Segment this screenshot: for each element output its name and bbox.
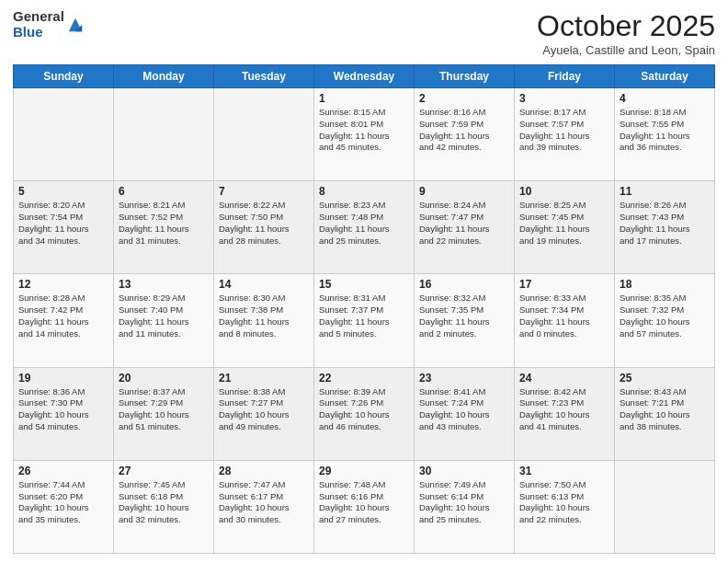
calendar-cell: 26Sunrise: 7:44 AM Sunset: 6:20 PM Dayli… [14,460,114,553]
header: General Blue October 2025 Ayuela, Castil… [13,9,715,57]
calendar-cell: 29Sunrise: 7:48 AM Sunset: 6:16 PM Dayli… [314,460,415,553]
day-info: Sunrise: 8:28 AM Sunset: 7:42 PM Dayligh… [18,293,108,339]
day-info: Sunrise: 8:37 AM Sunset: 7:29 PM Dayligh… [119,386,209,433]
day-info: Sunrise: 8:30 AM Sunset: 7:38 PM Dayligh… [219,293,309,339]
logo: General Blue [13,9,84,40]
day-number: 22 [319,372,409,385]
day-number: 17 [519,278,609,291]
day-info: Sunrise: 8:32 AM Sunset: 7:35 PM Dayligh… [419,293,509,339]
day-number: 31 [519,465,609,477]
calendar-cell [615,460,715,553]
calendar-cell: 16Sunrise: 8:32 AM Sunset: 7:35 PM Dayli… [415,274,515,367]
calendar-cell: 4Sunrise: 8:18 AM Sunset: 7:55 PM Daylig… [615,88,715,181]
day-info: Sunrise: 8:26 AM Sunset: 7:43 PM Dayligh… [620,200,710,247]
calendar-cell: 8Sunrise: 8:23 AM Sunset: 7:48 PM Daylig… [314,181,415,274]
page: General Blue October 2025 Ayuela, Castil… [0,0,728,563]
logo-blue: Blue [13,25,64,40]
day-info: Sunrise: 7:49 AM Sunset: 6:14 PM Dayligh… [419,479,509,526]
day-number: 6 [119,185,209,198]
day-info: Sunrise: 7:50 AM Sunset: 6:13 PM Dayligh… [519,479,609,526]
day-number: 2 [419,92,509,105]
day-info: Sunrise: 8:24 AM Sunset: 7:47 PM Dayligh… [419,200,509,247]
calendar-cell: 2Sunrise: 8:16 AM Sunset: 7:59 PM Daylig… [415,88,515,181]
day-info: Sunrise: 8:36 AM Sunset: 7:30 PM Dayligh… [18,386,108,433]
calendar-cell: 22Sunrise: 8:39 AM Sunset: 7:26 PM Dayli… [314,367,415,460]
day-header-thursday: Thursday [415,65,515,88]
calendar-cell: 23Sunrise: 8:41 AM Sunset: 7:24 PM Dayli… [415,367,515,460]
calendar-table: SundayMondayTuesdayWednesdayThursdayFrid… [13,64,715,554]
month-title: October 2025 [537,9,715,43]
week-row-4: 19Sunrise: 8:36 AM Sunset: 7:30 PM Dayli… [14,367,715,460]
days-of-week-row: SundayMondayTuesdayWednesdayThursdayFrid… [14,65,715,88]
day-number: 20 [119,372,209,385]
day-number: 26 [18,465,108,477]
day-number: 13 [119,278,209,291]
day-number: 7 [219,185,309,198]
day-header-wednesday: Wednesday [314,65,415,88]
day-number: 1 [319,92,409,105]
day-info: Sunrise: 8:23 AM Sunset: 7:48 PM Dayligh… [319,200,409,247]
location: Ayuela, Castille and Leon, Spain [537,43,715,57]
day-info: Sunrise: 7:47 AM Sunset: 6:17 PM Dayligh… [219,479,309,526]
calendar-cell: 18Sunrise: 8:35 AM Sunset: 7:32 PM Dayli… [615,274,715,367]
calendar-cell: 25Sunrise: 8:43 AM Sunset: 7:21 PM Dayli… [615,367,715,460]
calendar-cell: 28Sunrise: 7:47 AM Sunset: 6:17 PM Dayli… [214,460,314,553]
logo-general: General [13,9,64,25]
day-number: 24 [519,372,609,385]
day-number: 28 [219,465,309,477]
day-info: Sunrise: 8:17 AM Sunset: 7:57 PM Dayligh… [519,107,609,154]
day-number: 4 [620,92,710,105]
day-number: 23 [419,372,509,385]
calendar-cell: 7Sunrise: 8:22 AM Sunset: 7:50 PM Daylig… [214,181,314,274]
day-info: Sunrise: 8:29 AM Sunset: 7:40 PM Dayligh… [119,293,209,339]
day-number: 15 [319,278,409,291]
day-info: Sunrise: 7:48 AM Sunset: 6:16 PM Dayligh… [319,479,409,526]
calendar-cell [214,88,314,181]
calendar-cell: 11Sunrise: 8:26 AM Sunset: 7:43 PM Dayli… [615,181,715,274]
day-number: 30 [419,465,509,477]
day-info: Sunrise: 8:33 AM Sunset: 7:34 PM Dayligh… [519,293,609,339]
day-header-friday: Friday [515,65,615,88]
calendar-cell [114,88,214,181]
week-row-1: 1Sunrise: 8:15 AM Sunset: 8:01 PM Daylig… [14,88,715,181]
day-number: 8 [319,185,409,198]
calendar-cell: 27Sunrise: 7:45 AM Sunset: 6:18 PM Dayli… [114,460,214,553]
calendar-cell: 5Sunrise: 8:20 AM Sunset: 7:54 PM Daylig… [14,181,114,274]
calendar-cell: 14Sunrise: 8:30 AM Sunset: 7:38 PM Dayli… [214,274,314,367]
calendar-cell: 15Sunrise: 8:31 AM Sunset: 7:37 PM Dayli… [314,274,415,367]
day-number: 18 [620,278,710,291]
day-info: Sunrise: 8:16 AM Sunset: 7:59 PM Dayligh… [419,107,509,154]
day-number: 25 [620,372,710,385]
day-info: Sunrise: 8:20 AM Sunset: 7:54 PM Dayligh… [18,200,108,247]
calendar-cell: 1Sunrise: 8:15 AM Sunset: 8:01 PM Daylig… [314,88,415,181]
day-info: Sunrise: 8:15 AM Sunset: 8:01 PM Dayligh… [319,107,409,154]
day-header-tuesday: Tuesday [214,65,314,88]
title-section: October 2025 Ayuela, Castille and Leon, … [537,9,715,57]
day-number: 10 [519,185,609,198]
day-number: 27 [119,465,209,477]
day-info: Sunrise: 8:25 AM Sunset: 7:45 PM Dayligh… [519,200,609,247]
calendar-cell: 20Sunrise: 8:37 AM Sunset: 7:29 PM Dayli… [114,367,214,460]
day-info: Sunrise: 7:45 AM Sunset: 6:18 PM Dayligh… [119,479,209,526]
day-number: 11 [620,185,710,198]
day-info: Sunrise: 8:31 AM Sunset: 7:37 PM Dayligh… [319,293,409,339]
day-number: 29 [319,465,409,477]
calendar-body: 1Sunrise: 8:15 AM Sunset: 8:01 PM Daylig… [14,88,715,554]
day-info: Sunrise: 8:21 AM Sunset: 7:52 PM Dayligh… [119,200,209,247]
week-row-3: 12Sunrise: 8:28 AM Sunset: 7:42 PM Dayli… [14,274,715,367]
calendar-cell [14,88,114,181]
day-number: 5 [18,185,108,198]
day-info: Sunrise: 8:39 AM Sunset: 7:26 PM Dayligh… [319,386,409,433]
day-number: 3 [519,92,609,105]
calendar-cell: 31Sunrise: 7:50 AM Sunset: 6:13 PM Dayli… [515,460,615,553]
calendar-cell: 12Sunrise: 8:28 AM Sunset: 7:42 PM Dayli… [14,274,114,367]
day-number: 12 [18,278,108,291]
day-header-monday: Monday [114,65,214,88]
day-info: Sunrise: 7:44 AM Sunset: 6:20 PM Dayligh… [18,479,108,526]
calendar-header: SundayMondayTuesdayWednesdayThursdayFrid… [14,65,715,88]
day-header-sunday: Sunday [14,65,114,88]
day-number: 19 [18,372,108,385]
calendar-cell: 6Sunrise: 8:21 AM Sunset: 7:52 PM Daylig… [114,181,214,274]
day-info: Sunrise: 8:35 AM Sunset: 7:32 PM Dayligh… [620,293,710,339]
calendar-cell: 24Sunrise: 8:42 AM Sunset: 7:23 PM Dayli… [515,367,615,460]
